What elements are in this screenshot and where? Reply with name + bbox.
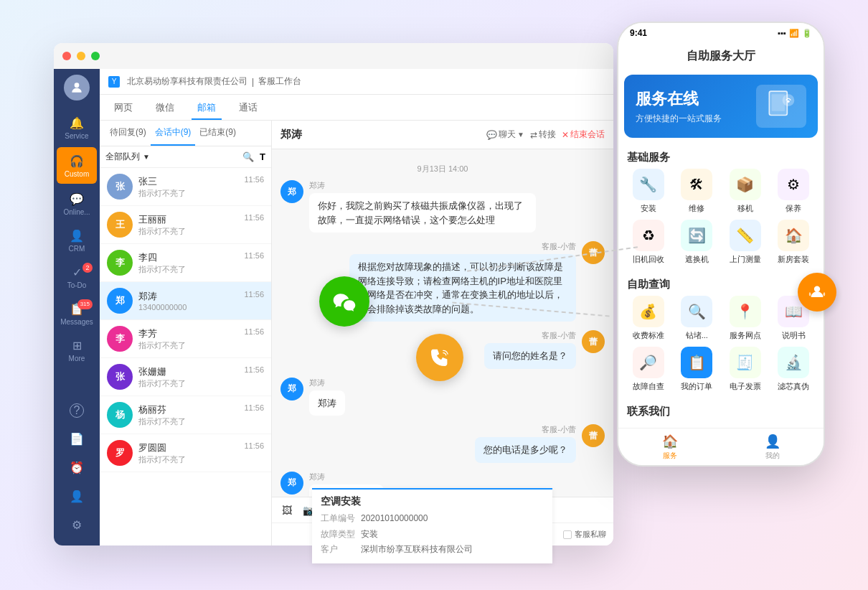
- conv-time: 11:56: [244, 251, 264, 264]
- service-measure[interactable]: 📏 上门测量: [724, 220, 767, 265]
- search-icon[interactable]: 🔍: [242, 151, 254, 162]
- tab-call[interactable]: 通话: [233, 97, 263, 120]
- sidebar-item-profile[interactable]: 👤: [66, 482, 88, 511]
- conv-item-zhengtao[interactable]: 郑 郑涛 11:56 13400000000: [100, 282, 271, 320]
- msg-avatar-right-3: 蕾: [582, 330, 605, 353]
- conv-item-zhangsan[interactable]: 张 张三 11:56 指示灯不亮了: [100, 168, 271, 206]
- end-session-button[interactable]: ✕ 结束会话: [562, 128, 605, 141]
- tab-email[interactable]: 邮箱: [192, 97, 222, 120]
- conv-item-luoyuan[interactable]: 罗 罗圆圆 11:56 指示灯不亮了: [100, 434, 271, 472]
- sidebar-item-feedback[interactable]: 📄: [66, 425, 88, 454]
- move-icon: 📦: [730, 169, 761, 200]
- phone-bottom-bar: 🏠 服务 👤 我的: [618, 428, 824, 465]
- service-maintain[interactable]: ⚙ 保养: [773, 169, 816, 214]
- tab-active[interactable]: 会话中(9): [151, 121, 196, 146]
- service-repair[interactable]: 🛠 维修: [676, 169, 719, 214]
- wifi-icon: 📶: [789, 29, 799, 38]
- replace-icon: 🔄: [681, 220, 712, 251]
- avatar-lisi: 李: [107, 250, 133, 276]
- tab-wechat[interactable]: 微信: [150, 97, 180, 120]
- conv-item-zhangshan[interactable]: 张 张姗姗 11:56 指示灯不亮了: [100, 358, 271, 396]
- chat-mode-button[interactable]: 💬 聊天 ▼: [486, 128, 524, 141]
- transfer-button[interactable]: ⇄ 转接: [530, 128, 556, 141]
- install-label: 安装: [641, 203, 656, 214]
- chat-messages[interactable]: 9月13日 14:00 郑 郑涛 你好，我院之前购买了核磁共振成像仪器，出现了故…: [272, 149, 613, 497]
- msg-content-1: 郑涛 你好，我院之前购买了核磁共振成像仪器，出现了故障，一直提示网络错误，这个要…: [309, 180, 536, 233]
- phone-banner: 服务在线 方便快捷的一站式服务: [624, 75, 818, 138]
- mobile-phone: 9:41 ▪▪▪ 📶 🔋 自助服务大厅 服务在线 方便快捷的一站式服务: [617, 22, 825, 467]
- msg-bubble-2: 根据您对故障现象的描述，可以初步判断该故障是网络连接导致；请检查网络主机的IP地…: [349, 254, 576, 322]
- query-location[interactable]: 📍 服务网点: [724, 296, 767, 341]
- end-icon: ✕: [562, 130, 569, 140]
- service-install[interactable]: 🔧 安装: [627, 169, 670, 214]
- chat-contact-name: 郑涛: [280, 128, 302, 141]
- sidebar-item-online[interactable]: 💬 Online...: [54, 185, 100, 222]
- filter-q-icon: 🔬: [778, 347, 809, 378]
- query-grid: 💰 收费标准 🔍 钻堵... 📍 服务网点 📖 说明书 🔎 故障自查 📋: [618, 296, 824, 398]
- msg-sender-5: 客服-小蕾: [475, 424, 576, 435]
- conv-item-yanglif[interactable]: 杨 杨丽芬 11:56 指示灯不亮了: [100, 396, 271, 434]
- chat-header: 郑涛 💬 聊天 ▼ ⇄ 转接: [272, 121, 613, 149]
- customer-service-float[interactable]: [798, 273, 836, 312]
- maximize-button[interactable]: [91, 52, 100, 60]
- service-newhouse[interactable]: 🏠 新房套装: [773, 220, 816, 265]
- wechat-float-button[interactable]: [319, 276, 369, 327]
- sidebar-item-settings[interactable]: ⚙: [66, 511, 88, 540]
- phone-call-float[interactable]: [416, 334, 463, 381]
- order-icon: 📋: [681, 347, 712, 378]
- filter-icon[interactable]: T: [260, 151, 265, 162]
- close-button[interactable]: [62, 52, 71, 60]
- query-order[interactable]: 📋 我的订单: [676, 347, 719, 392]
- user-avatar[interactable]: [64, 75, 90, 100]
- tab-pending[interactable]: 待回复(9): [105, 121, 151, 146]
- sidebar-item-crm[interactable]: 👤 CRM: [54, 222, 100, 258]
- tab-webpage[interactable]: 网页: [108, 97, 138, 120]
- query-price[interactable]: 💰 收费标准: [627, 296, 670, 341]
- svg-point-3: [783, 94, 795, 106]
- conv-item-wanglili[interactable]: 王 王丽丽 11:56 指示灯不亮了: [100, 206, 271, 244]
- minimize-button[interactable]: [77, 52, 85, 60]
- msg-content-4: 郑涛 郑涛: [309, 378, 345, 416]
- bottom-tab-service[interactable]: 🏠 服务: [618, 429, 721, 465]
- sidebar-item-messages[interactable]: 📋 Messages 315: [54, 295, 100, 332]
- phone-content[interactable]: 服务在线 方便快捷的一站式服务 基础服务 🔧 安装 🛠: [618, 69, 824, 439]
- service-icon: 🔔: [69, 115, 85, 131]
- queue-dropdown-icon[interactable]: ▼: [143, 153, 150, 161]
- avatar-lifang: 李: [107, 326, 133, 352]
- sidebar-item-service[interactable]: 🔔 Service: [54, 109, 100, 146]
- image-icon[interactable]: 🖼: [279, 502, 295, 518]
- sidebar-item-more[interactable]: ⊞ More: [54, 332, 100, 368]
- sidebar-item-help[interactable]: ?: [66, 398, 88, 425]
- service-move[interactable]: 📦 移机: [724, 169, 767, 214]
- tab-bar: 网页 微信 邮箱 通话: [100, 95, 613, 121]
- value-client: 深圳市纷享互联科技有限公司: [361, 542, 473, 558]
- service-replace[interactable]: 🔄 遮换机: [676, 220, 719, 265]
- query-invoice[interactable]: 🧾 电子发票: [724, 347, 767, 392]
- sidebar-item-history[interactable]: ⏰: [66, 454, 88, 482]
- sidebar-item-todo[interactable]: ✓ To-Do 2: [54, 258, 100, 295]
- msg-sender-4: 郑涛: [309, 378, 345, 388]
- query-fault[interactable]: 🔎 故障自查: [627, 347, 670, 392]
- label-order: 工单编号: [321, 511, 358, 527]
- install-icon: 🔧: [633, 169, 664, 200]
- svg-point-6: [351, 304, 353, 306]
- maintain-icon: ⚙: [778, 169, 809, 200]
- conv-item-lifang[interactable]: 李 李芳 11:56 指示灯不亮了: [100, 320, 271, 358]
- bottom-tab-mine[interactable]: 👤 我的: [721, 429, 824, 465]
- msg-content-5: 客服-小蕾 您的电话是多少呢？: [475, 424, 576, 463]
- conv-time: 11:56: [244, 327, 264, 340]
- privacy-check[interactable]: 客服私聊: [563, 529, 606, 540]
- phone-title-bar: 自助服务大厅: [618, 43, 824, 69]
- banner-text: 服务在线 方便快捷的一站式服务: [636, 88, 722, 125]
- service-recycle[interactable]: ♻ 旧机回收: [627, 220, 670, 265]
- sidebar-item-custom[interactable]: 🎧 Custom: [57, 147, 97, 184]
- search-q-label: 钻堵...: [686, 330, 708, 341]
- tab-ended[interactable]: 已结束(9): [195, 121, 240, 146]
- conv-name: 张三: [138, 175, 157, 188]
- query-filter[interactable]: 🔬 滤芯真伪: [773, 347, 816, 392]
- privacy-checkbox[interactable]: [563, 530, 572, 539]
- query-search[interactable]: 🔍 钻堵...: [676, 296, 719, 341]
- repair-label: 维修: [689, 203, 704, 214]
- svg-point-4: [787, 100, 789, 103]
- conv-item-lisi[interactable]: 李 李四 11:56 指示灯不亮了: [100, 244, 271, 282]
